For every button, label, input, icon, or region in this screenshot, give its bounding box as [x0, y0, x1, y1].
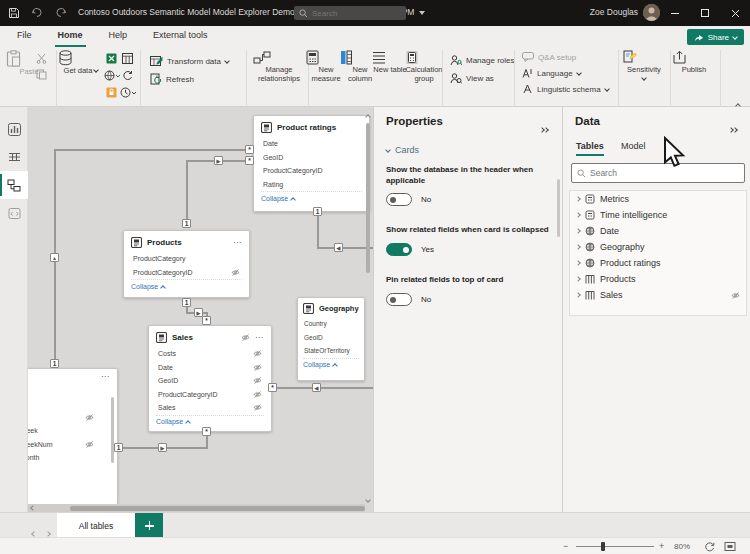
- show-related-fields-toggle[interactable]: [386, 243, 412, 256]
- tab-model[interactable]: Model: [621, 141, 646, 154]
- table-view-icon[interactable]: [0, 143, 28, 171]
- collapse-link[interactable]: Collapse: [131, 279, 242, 292]
- view-as-button[interactable]: View as: [450, 73, 494, 84]
- field-row[interactable]: ProductCategoryID: [149, 388, 271, 402]
- field-row[interactable]: [28, 411, 117, 425]
- field-row[interactable]: U: [28, 397, 117, 411]
- tree-item-product-ratings[interactable]: Product ratings: [570, 255, 746, 271]
- search-input[interactable]: [312, 9, 401, 18]
- field-row[interactable]: Week: [28, 424, 117, 438]
- redo-icon[interactable]: [54, 7, 67, 19]
- field-row[interactable]: Sales: [149, 401, 271, 415]
- field-row[interactable]: GeoID: [149, 374, 271, 388]
- table-card-products[interactable]: Products ⋯ ProductCategory ProductCatego…: [123, 230, 250, 298]
- excel-workbook-icon[interactable]: [106, 53, 117, 64]
- publish-button[interactable]: Publish: [672, 50, 716, 74]
- card-menu-icon[interactable]: ⋯: [233, 241, 242, 245]
- dax-query-view-icon[interactable]: [0, 199, 28, 227]
- calculation-group-button[interactable]: Calculation group: [404, 50, 444, 84]
- manage-relationships-button[interactable]: Manage relationships: [253, 50, 305, 84]
- tab-file[interactable]: File: [4, 26, 45, 47]
- manage-roles-button[interactable]: Manage roles: [450, 55, 514, 66]
- share-button[interactable]: Share: [687, 29, 744, 45]
- relationship-line[interactable]: [186, 160, 188, 223]
- recent-sources-icon[interactable]: [120, 87, 136, 98]
- collapse-link[interactable]: Collapse: [156, 415, 264, 428]
- field-row[interactable]: Month: [28, 451, 117, 465]
- collapse-link[interactable]: Collapse: [303, 358, 359, 371]
- card-menu-icon[interactable]: ⋯: [255, 336, 264, 340]
- field-row[interactable]: WeekNum: [28, 438, 117, 452]
- field-row[interactable]: StateOrTerritory: [298, 344, 364, 358]
- maximize-button[interactable]: [690, 0, 720, 26]
- canvas-horizontal-scrollbar[interactable]: [28, 504, 365, 512]
- field-row[interactable]: Date: [254, 137, 369, 151]
- table-card-product-ratings[interactable]: Product ratings Date GeoID ProductCatego…: [253, 115, 370, 212]
- cards-section-header[interactable]: Cards: [386, 145, 419, 155]
- field-row[interactable]: Rating: [254, 178, 369, 192]
- tree-item-sales[interactable]: Sales: [570, 287, 746, 303]
- field-row[interactable]: Date: [149, 361, 271, 375]
- relationship-line[interactable]: [272, 387, 373, 389]
- linguistic-schema-button[interactable]: Linguistic schema: [522, 84, 609, 95]
- cut-icon[interactable]: [36, 53, 47, 64]
- field-row[interactable]: ProductCategoryID: [254, 164, 369, 178]
- layout-tab-all-tables[interactable]: All tables: [57, 513, 135, 538]
- tree-item-date[interactable]: Date: [570, 223, 746, 239]
- reset-zoom-icon[interactable]: [704, 541, 715, 552]
- dataflows-icon[interactable]: [122, 70, 133, 81]
- collapse-link[interactable]: Collapse: [261, 191, 362, 204]
- tab-tables[interactable]: Tables: [576, 141, 604, 154]
- enter-data-icon[interactable]: [122, 53, 133, 64]
- field-row[interactable]: y: [28, 479, 117, 493]
- data-search-input[interactable]: [590, 168, 739, 178]
- tab-external-tools[interactable]: External tools: [140, 26, 221, 47]
- tree-item-geography[interactable]: Geography: [570, 239, 746, 255]
- language-button[interactable]: Language: [522, 68, 581, 79]
- field-row[interactable]: GeoID: [254, 151, 369, 165]
- undo-icon[interactable]: [31, 7, 44, 19]
- global-search[interactable]: [294, 6, 406, 20]
- save-icon[interactable]: [8, 7, 20, 19]
- refresh-button[interactable]: Refresh: [150, 73, 194, 85]
- qa-setup-button[interactable]: Q&A setup: [522, 52, 576, 62]
- get-data-button[interactable]: Get data: [58, 50, 104, 75]
- zoom-in-button[interactable]: +: [659, 541, 664, 551]
- fit-to-screen-icon[interactable]: [724, 541, 736, 552]
- minimize-button[interactable]: [660, 0, 690, 26]
- model-diagram-canvas[interactable]: 1 ▲ * 1 ▶ * 1 ▶ * 1 ▶ * 1 ◀ * ◀ Product …: [28, 107, 373, 512]
- zoom-percent[interactable]: 80%: [674, 542, 690, 551]
- field-row[interactable]: ProductCategoryID: [124, 266, 249, 280]
- card-scrollbar[interactable]: [111, 397, 114, 463]
- tree-item-time-intelligence[interactable]: Time intelligence: [570, 207, 746, 223]
- transform-data-button[interactable]: Transform data: [150, 55, 229, 67]
- table-card-date[interactable]: ⋯ U Week WeekNum Month y: [28, 368, 118, 505]
- tab-home[interactable]: Home: [45, 26, 96, 47]
- tree-item-products[interactable]: Products: [570, 271, 746, 287]
- field-row[interactable]: Country: [298, 317, 364, 331]
- dataverse-icon[interactable]: [106, 87, 117, 98]
- field-row[interactable]: Costs: [149, 347, 271, 361]
- report-view-icon[interactable]: [0, 115, 28, 143]
- tab-help[interactable]: Help: [96, 26, 141, 47]
- panel-scrollbar[interactable]: [557, 179, 560, 237]
- zoom-slider-track[interactable]: [576, 546, 654, 547]
- copy-icon[interactable]: [36, 69, 47, 80]
- sensitivity-button[interactable]: Sensitivity: [622, 50, 666, 84]
- zoom-slider-knob[interactable]: [601, 542, 605, 551]
- field-row[interactable]: ProductCategory: [124, 252, 249, 266]
- new-layout-button[interactable]: [135, 513, 163, 538]
- data-search[interactable]: [571, 163, 745, 183]
- canvas-vertical-scrollbar[interactable]: [364, 111, 372, 507]
- new-table-button[interactable]: New table: [372, 50, 408, 74]
- pin-related-fields-toggle[interactable]: [386, 293, 412, 306]
- table-card-sales[interactable]: Sales ⋯ Costs Date GeoID ProductCategory…: [148, 325, 272, 432]
- collapse-pane-icon[interactable]: [729, 118, 737, 136]
- relationship-line[interactable]: [54, 149, 254, 151]
- collapse-pane-icon[interactable]: [540, 118, 548, 136]
- model-view-icon[interactable]: [0, 171, 28, 199]
- user-name[interactable]: Zoe Douglas: [590, 7, 638, 17]
- show-database-toggle[interactable]: [386, 193, 412, 206]
- card-menu-icon[interactable]: ⋯: [101, 375, 110, 379]
- table-card-geography[interactable]: Geography Country GeoID StateOrTerritory…: [297, 297, 365, 381]
